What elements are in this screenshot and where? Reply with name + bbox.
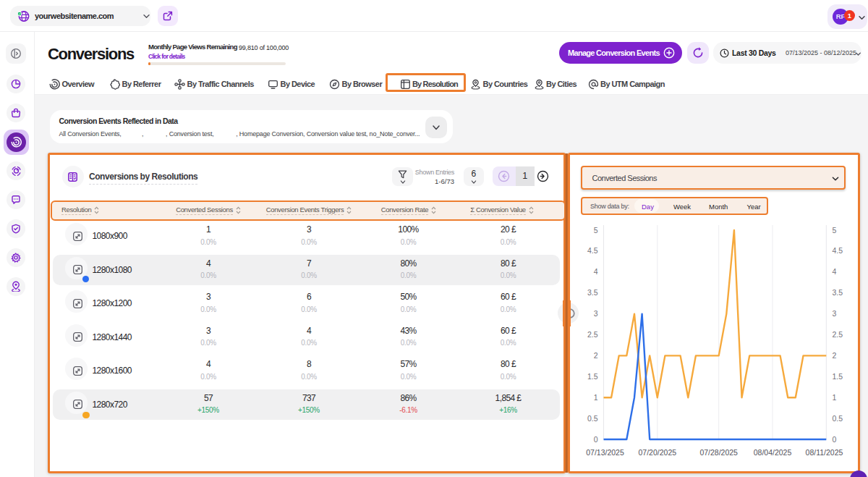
svg-text:1.5: 1.5 (587, 372, 597, 381)
svg-text:3: 3 (832, 309, 836, 318)
svg-text:0.5: 0.5 (587, 414, 597, 423)
svg-text:5: 5 (593, 226, 597, 235)
svg-text:2.5: 2.5 (587, 330, 597, 339)
svg-text:2: 2 (593, 351, 597, 360)
svg-text:08/04/2025: 08/04/2025 (753, 448, 791, 457)
svg-text:07/20/2025: 07/20/2025 (638, 448, 676, 457)
svg-text:0: 0 (593, 435, 597, 444)
svg-text:4: 4 (832, 267, 836, 276)
svg-text:4.5: 4.5 (832, 246, 843, 255)
svg-text:2: 2 (832, 351, 836, 360)
svg-text:0.5: 0.5 (832, 414, 843, 423)
svg-text:1.5: 1.5 (832, 372, 843, 381)
svg-text:1: 1 (593, 393, 597, 402)
svg-text:0: 0 (832, 435, 836, 444)
svg-text:07/13/2025: 07/13/2025 (586, 448, 624, 457)
svg-text:5: 5 (832, 226, 836, 235)
svg-text:4: 4 (593, 267, 597, 276)
svg-text:3.5: 3.5 (587, 288, 597, 297)
svg-text:4.5: 4.5 (587, 246, 597, 255)
svg-text:08/11/2025: 08/11/2025 (805, 448, 843, 457)
svg-text:07/28/2025: 07/28/2025 (699, 448, 738, 457)
svg-text:3.5: 3.5 (832, 288, 843, 297)
svg-text:3: 3 (593, 309, 597, 318)
svg-text:1: 1 (832, 393, 836, 402)
svg-text:2.5: 2.5 (832, 330, 843, 339)
